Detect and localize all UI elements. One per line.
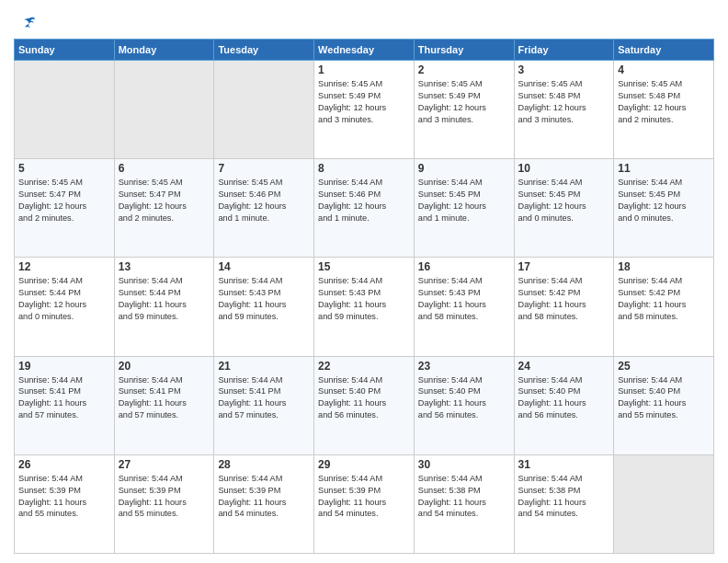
- day-cell: 22Sunrise: 5:44 AM Sunset: 5:40 PM Dayli…: [314, 356, 415, 454]
- day-cell: 20Sunrise: 5:44 AM Sunset: 5:41 PM Dayli…: [114, 356, 214, 454]
- day-cell: 4Sunrise: 5:45 AM Sunset: 5:48 PM Daylig…: [614, 61, 714, 159]
- day-cell: 13Sunrise: 5:44 AM Sunset: 5:44 PM Dayli…: [114, 258, 214, 356]
- day-number: 2: [418, 63, 510, 76]
- day-cell: 2Sunrise: 5:45 AM Sunset: 5:49 PM Daylig…: [414, 61, 514, 159]
- day-cell: 8Sunrise: 5:44 AM Sunset: 5:46 PM Daylig…: [314, 159, 415, 258]
- weekday-header-wednesday: Wednesday: [314, 40, 415, 61]
- day-cell: [114, 61, 214, 159]
- day-number: 16: [418, 260, 510, 273]
- day-info: Sunrise: 5:44 AM Sunset: 5:39 PM Dayligh…: [119, 473, 210, 521]
- day-info: Sunrise: 5:45 AM Sunset: 5:48 PM Dayligh…: [618, 78, 710, 126]
- day-info: Sunrise: 5:44 AM Sunset: 5:45 PM Dayligh…: [618, 177, 710, 224]
- day-cell: 5Sunrise: 5:45 AM Sunset: 5:47 PM Daylig…: [15, 159, 115, 258]
- day-info: Sunrise: 5:44 AM Sunset: 5:39 PM Dayligh…: [218, 473, 310, 521]
- day-number: 28: [218, 458, 310, 471]
- day-info: Sunrise: 5:44 AM Sunset: 5:39 PM Dayligh…: [318, 473, 410, 521]
- day-info: Sunrise: 5:44 AM Sunset: 5:42 PM Dayligh…: [618, 275, 710, 323]
- day-number: 11: [618, 162, 710, 175]
- day-info: Sunrise: 5:44 AM Sunset: 5:41 PM Dayligh…: [18, 374, 110, 422]
- day-cell: 1Sunrise: 5:45 AM Sunset: 5:49 PM Daylig…: [314, 61, 415, 159]
- day-cell: 19Sunrise: 5:44 AM Sunset: 5:41 PM Dayli…: [15, 356, 115, 454]
- week-row-4: 19Sunrise: 5:44 AM Sunset: 5:41 PM Dayli…: [15, 356, 714, 454]
- day-number: 9: [418, 162, 510, 175]
- day-number: 5: [18, 162, 110, 175]
- week-row-1: 1Sunrise: 5:45 AM Sunset: 5:49 PM Daylig…: [15, 61, 714, 159]
- day-info: Sunrise: 5:44 AM Sunset: 5:38 PM Dayligh…: [418, 473, 510, 521]
- day-cell: [214, 61, 314, 159]
- day-cell: 7Sunrise: 5:45 AM Sunset: 5:46 PM Daylig…: [214, 159, 314, 258]
- day-cell: 21Sunrise: 5:44 AM Sunset: 5:41 PM Dayli…: [214, 356, 314, 454]
- day-number: 20: [119, 360, 210, 373]
- day-info: Sunrise: 5:44 AM Sunset: 5:40 PM Dayligh…: [318, 374, 410, 422]
- weekday-header-row: SundayMondayTuesdayWednesdayThursdayFrid…: [15, 40, 714, 61]
- day-info: Sunrise: 5:45 AM Sunset: 5:47 PM Dayligh…: [18, 177, 110, 224]
- day-cell: 16Sunrise: 5:44 AM Sunset: 5:43 PM Dayli…: [414, 258, 514, 356]
- day-cell: 14Sunrise: 5:44 AM Sunset: 5:43 PM Dayli…: [214, 258, 314, 356]
- day-info: Sunrise: 5:44 AM Sunset: 5:40 PM Dayligh…: [618, 374, 710, 422]
- day-number: 15: [318, 260, 410, 273]
- day-number: 6: [119, 162, 210, 175]
- day-cell: 28Sunrise: 5:44 AM Sunset: 5:39 PM Dayli…: [214, 454, 314, 553]
- week-row-2: 5Sunrise: 5:45 AM Sunset: 5:47 PM Daylig…: [15, 159, 714, 258]
- day-number: 26: [18, 458, 110, 471]
- day-cell: 17Sunrise: 5:44 AM Sunset: 5:42 PM Dayli…: [514, 258, 614, 356]
- day-number: 25: [618, 360, 710, 373]
- day-info: Sunrise: 5:45 AM Sunset: 5:46 PM Dayligh…: [218, 177, 310, 224]
- day-info: Sunrise: 5:44 AM Sunset: 5:41 PM Dayligh…: [119, 374, 210, 422]
- day-info: Sunrise: 5:44 AM Sunset: 5:45 PM Dayligh…: [518, 177, 610, 224]
- day-info: Sunrise: 5:45 AM Sunset: 5:48 PM Dayligh…: [518, 78, 610, 126]
- weekday-header-tuesday: Tuesday: [214, 40, 314, 61]
- day-cell: 3Sunrise: 5:45 AM Sunset: 5:48 PM Daylig…: [514, 61, 614, 159]
- weekday-header-monday: Monday: [114, 40, 214, 61]
- day-cell: 12Sunrise: 5:44 AM Sunset: 5:44 PM Dayli…: [15, 258, 115, 356]
- calendar: SundayMondayTuesdayWednesdayThursdayFrid…: [14, 39, 714, 554]
- week-row-3: 12Sunrise: 5:44 AM Sunset: 5:44 PM Dayli…: [15, 258, 714, 356]
- day-cell: 15Sunrise: 5:44 AM Sunset: 5:43 PM Dayli…: [314, 258, 415, 356]
- day-info: Sunrise: 5:44 AM Sunset: 5:39 PM Dayligh…: [18, 473, 110, 521]
- day-cell: 18Sunrise: 5:44 AM Sunset: 5:42 PM Dayli…: [614, 258, 714, 356]
- day-number: 21: [218, 360, 310, 373]
- day-number: 19: [18, 360, 110, 373]
- day-cell: 25Sunrise: 5:44 AM Sunset: 5:40 PM Dayli…: [614, 356, 714, 454]
- day-number: 8: [318, 162, 410, 175]
- day-info: Sunrise: 5:45 AM Sunset: 5:49 PM Dayligh…: [418, 78, 510, 126]
- weekday-header-sunday: Sunday: [15, 40, 115, 61]
- day-info: Sunrise: 5:44 AM Sunset: 5:38 PM Dayligh…: [518, 473, 610, 521]
- day-number: 4: [618, 63, 710, 76]
- day-info: Sunrise: 5:44 AM Sunset: 5:40 PM Dayligh…: [518, 374, 610, 422]
- weekday-header-thursday: Thursday: [414, 40, 514, 61]
- day-number: 30: [418, 458, 510, 471]
- day-info: Sunrise: 5:44 AM Sunset: 5:45 PM Dayligh…: [418, 177, 510, 224]
- logo-bird-icon: [16, 13, 36, 33]
- day-info: Sunrise: 5:44 AM Sunset: 5:41 PM Dayligh…: [218, 374, 310, 422]
- day-cell: 31Sunrise: 5:44 AM Sunset: 5:38 PM Dayli…: [514, 454, 614, 553]
- day-cell: [614, 454, 714, 553]
- day-number: 22: [318, 360, 410, 373]
- day-number: 31: [518, 458, 610, 471]
- weekday-header-saturday: Saturday: [614, 40, 714, 61]
- day-number: 24: [518, 360, 610, 373]
- logo: [14, 13, 36, 33]
- day-cell: 30Sunrise: 5:44 AM Sunset: 5:38 PM Dayli…: [414, 454, 514, 553]
- day-number: 1: [318, 63, 410, 76]
- day-info: Sunrise: 5:44 AM Sunset: 5:40 PM Dayligh…: [418, 374, 510, 422]
- day-number: 14: [218, 260, 310, 273]
- day-cell: 10Sunrise: 5:44 AM Sunset: 5:45 PM Dayli…: [514, 159, 614, 258]
- day-number: 27: [119, 458, 210, 471]
- week-row-5: 26Sunrise: 5:44 AM Sunset: 5:39 PM Dayli…: [15, 454, 714, 553]
- weekday-header-friday: Friday: [514, 40, 614, 61]
- day-cell: 29Sunrise: 5:44 AM Sunset: 5:39 PM Dayli…: [314, 454, 415, 553]
- day-cell: 26Sunrise: 5:44 AM Sunset: 5:39 PM Dayli…: [15, 454, 115, 553]
- day-info: Sunrise: 5:44 AM Sunset: 5:46 PM Dayligh…: [318, 177, 410, 224]
- day-cell: 24Sunrise: 5:44 AM Sunset: 5:40 PM Dayli…: [514, 356, 614, 454]
- day-number: 13: [119, 260, 210, 273]
- page: SundayMondayTuesdayWednesdayThursdayFrid…: [0, 0, 728, 563]
- day-info: Sunrise: 5:44 AM Sunset: 5:44 PM Dayligh…: [18, 275, 110, 323]
- header: [14, 9, 714, 33]
- day-info: Sunrise: 5:45 AM Sunset: 5:49 PM Dayligh…: [318, 78, 410, 126]
- day-info: Sunrise: 5:44 AM Sunset: 5:43 PM Dayligh…: [318, 275, 410, 323]
- day-info: Sunrise: 5:44 AM Sunset: 5:43 PM Dayligh…: [218, 275, 310, 323]
- day-number: 12: [18, 260, 110, 273]
- day-info: Sunrise: 5:44 AM Sunset: 5:43 PM Dayligh…: [418, 275, 510, 323]
- day-cell: 23Sunrise: 5:44 AM Sunset: 5:40 PM Dayli…: [414, 356, 514, 454]
